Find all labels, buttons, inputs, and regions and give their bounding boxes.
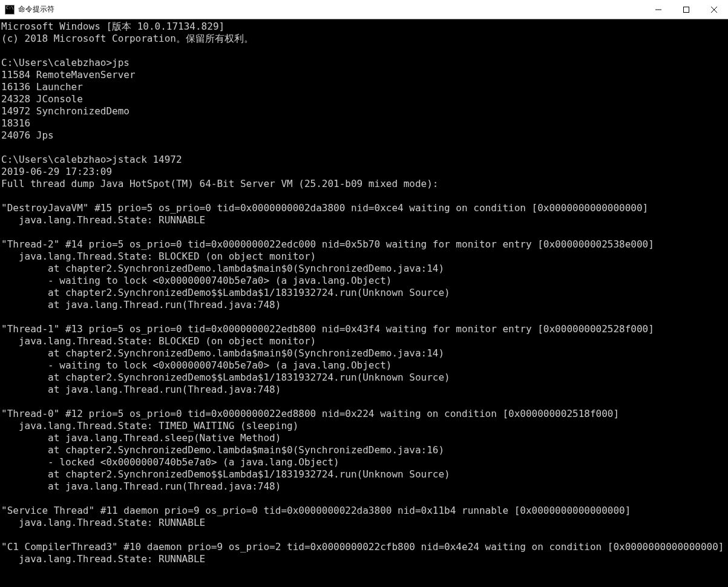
terminal-output[interactable]: Microsoft Windows [版本 10.0.17134.829](c)…: [0, 19, 728, 587]
window-titlebar: 命令提示符: [0, 0, 728, 19]
svg-rect-1: [684, 7, 689, 12]
close-icon: [711, 7, 717, 13]
terminal-line: - locked <0x0000000740b5e7a0> (a java.la…: [1, 456, 728, 468]
terminal-line: Full thread dump Java HotSpot(TM) 64-Bit…: [1, 178, 728, 190]
terminal-line: [1, 190, 728, 202]
terminal-line: at chapter2.SynchronizedDemo.lambda$main…: [1, 444, 728, 456]
terminal-line: at java.lang.Thread.sleep(Native Method): [1, 432, 728, 444]
terminal-line: Microsoft Windows [版本 10.0.17134.829]: [1, 21, 728, 33]
terminal-line: "Thread-1" #13 prio=5 os_prio=0 tid=0x00…: [1, 323, 728, 335]
terminal-line: "Service Thread" #11 daemon prio=9 os_pr…: [1, 505, 728, 517]
terminal-line: - waiting to lock <0x0000000740b5e7a0> (…: [1, 359, 728, 372]
terminal-line: 11584 RemoteMavenServer: [1, 69, 728, 81]
terminal-line: C:\Users\calebzhao>jps: [1, 57, 728, 69]
maximize-icon: [683, 7, 689, 13]
close-button[interactable]: [700, 0, 728, 19]
terminal-line: at java.lang.Thread.run(Thread.java:748): [1, 384, 728, 396]
terminal-line: [1, 45, 728, 57]
terminal-line: [1, 311, 728, 323]
terminal-line: java.lang.Thread.State: RUNNABLE: [1, 517, 728, 529]
terminal-line: 18316: [1, 117, 728, 130]
terminal-line: at chapter2.SynchronizedDemo$$Lambda$1/1…: [1, 287, 728, 299]
terminal-line: 24076 Jps: [1, 130, 728, 142]
window-controls: [644, 0, 728, 19]
terminal-line: [1, 396, 728, 408]
minimize-button[interactable]: [644, 0, 672, 19]
terminal-line: "C1 CompilerThread3" #10 daemon prio=9 o…: [1, 541, 728, 553]
minimize-icon: [655, 7, 661, 13]
terminal-line: at java.lang.Thread.run(Thread.java:748): [1, 299, 728, 311]
terminal-line: 14972 SynchronizedDemo: [1, 105, 728, 117]
terminal-line: [1, 529, 728, 541]
terminal-line: [1, 142, 728, 154]
terminal-line: "DestroyJavaVM" #15 prio=5 os_prio=0 tid…: [1, 202, 728, 214]
terminal-line: C:\Users\calebzhao>jstack 14972: [1, 154, 728, 166]
terminal-line: (c) 2018 Microsoft Corporation。保留所有权利。: [1, 33, 728, 45]
terminal-line: [1, 493, 728, 505]
maximize-button[interactable]: [672, 0, 700, 19]
terminal-line: java.lang.Thread.State: BLOCKED (on obje…: [1, 251, 728, 263]
terminal-line: java.lang.Thread.State: RUNNABLE: [1, 214, 728, 226]
terminal-line: at chapter2.SynchronizedDemo.lambda$main…: [1, 263, 728, 275]
terminal-line: at chapter2.SynchronizedDemo$$Lambda$1/1…: [1, 372, 728, 384]
terminal-line: "Thread-2" #14 prio=5 os_prio=0 tid=0x00…: [1, 238, 728, 251]
terminal-line: 16136 Launcher: [1, 81, 728, 93]
cmd-icon: [5, 5, 15, 15]
terminal-line: at java.lang.Thread.run(Thread.java:748): [1, 480, 728, 493]
terminal-line: 24328 JConsole: [1, 93, 728, 105]
terminal-line: at chapter2.SynchronizedDemo.lambda$main…: [1, 347, 728, 359]
window-title: 命令提示符: [18, 4, 644, 15]
terminal-line: [1, 226, 728, 238]
terminal-line: - waiting to lock <0x0000000740b5e7a0> (…: [1, 275, 728, 287]
terminal-line: at chapter2.SynchronizedDemo$$Lambda$1/1…: [1, 468, 728, 480]
terminal-line: java.lang.Thread.State: TIMED_WAITING (s…: [1, 420, 728, 432]
terminal-line: java.lang.Thread.State: BLOCKED (on obje…: [1, 335, 728, 347]
terminal-line: 2019-06-29 17:23:09: [1, 166, 728, 178]
terminal-line: java.lang.Thread.State: RUNNABLE: [1, 553, 728, 565]
terminal-line: "Thread-0" #12 prio=5 os_prio=0 tid=0x00…: [1, 408, 728, 420]
